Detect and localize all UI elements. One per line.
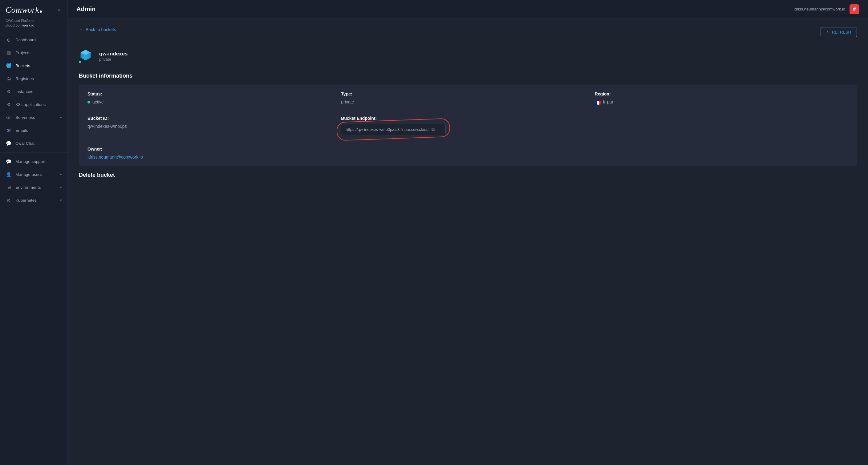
main-area: Admin idriss.neumann@comwork.io # ← Back… [68,0,868,465]
environments-icon: 🖥 [5,184,12,191]
delete-bucket-title: Delete bucket [79,172,857,178]
sidebar-item-label: Kubernetes [16,198,37,203]
info-divider [88,110,848,110]
header: Admin idriss.neumann@comwork.io # [68,0,868,19]
sidebar-divider [0,152,67,153]
endpoint-col: Bucket Endpoint: https://qw-indexes-wmb0… [341,116,848,135]
status-label: Status: [88,91,341,96]
endpoint-url: https://qw-indexes-wmb0pz.s3.fr-par.scw.… [346,127,429,132]
registries-icon: 🗂 [5,76,12,82]
sidebar-item-instances[interactable]: ⚙ Instances [0,85,67,98]
sidebar-item-serverless[interactable]: </> Serverless ▾ [0,111,67,124]
content-area: ← Back to buckets ↻ REFRESH [68,19,868,465]
owner-value: idriss.neumann@comwork.io [88,155,848,159]
bucket-header: qw-indexes private [79,48,857,64]
sidebar-subtitle: CWCloud Platform cloud.comwork.io [0,17,67,34]
bucket-name-area: qw-indexes private [99,51,128,62]
bucket-info-title: Bucket informations [79,73,857,79]
sidebar-item-label: K8s applications [16,102,45,107]
bucket-cube-icon [79,48,92,62]
status-dot-icon [88,101,90,103]
refresh-icon: ↻ [827,30,830,34]
cwai-icon: 💬 [5,141,12,147]
chevron-down-icon: ▾ [60,116,62,120]
sidebar-item-label: Serverless [16,115,35,120]
endpoint-highlighted: https://qw-indexes-wmb0pz.s3.fr-par.scw.… [341,124,446,135]
instances-icon: ⚙ [5,89,12,95]
bucket-status-dot [78,60,82,63]
bucket-type: private [99,57,128,62]
user-email: idriss.neumann@comwork.io [794,7,845,11]
chevron-down-icon: ▾ [60,185,62,189]
owner-email-link[interactable]: idriss.neumann@comwork.io [88,155,143,159]
sidebar-item-emails[interactable]: ✉ Emails [0,124,67,137]
sidebar-item-environments[interactable]: 🖥 Environments ▾ [0,181,67,194]
bucket-id-col: Bucket ID: qw-indexes-wmb0pz [88,116,341,129]
serverless-icon: </> [5,115,12,121]
sidebar-item-label: Projects [16,51,30,55]
copy-icon[interactable]: ⧉ [432,127,435,132]
back-arrow-icon: ← [79,27,83,32]
refresh-button[interactable]: ↻ REFRESH [820,27,857,37]
type-label: Type: [341,91,594,96]
info-divider-2 [88,141,848,141]
sidebar-item-registries[interactable]: 🗂 Registries [0,72,67,85]
sidebar-nav: ⊙ Dashboard ▤ Projects 🪣 Buckets 🗂 Regis… [0,34,67,150]
sidebar-item-label: Manage support [16,159,45,164]
logo: Comwork [5,5,42,14]
type-col: Type: private [341,91,594,104]
sidebar-item-label: Registries [16,76,34,81]
sidebar-item-cwai[interactable]: 💬 Cwai Chat [0,137,67,150]
region-value: 🇫🇷 fr-par [595,99,848,104]
sidebar-item-kubernetes[interactable]: ⊙ Kubernetes ▾ [0,194,67,207]
status-value: active [88,99,341,104]
sidebar: Comwork « CWCloud Platform cloud.comwork… [0,0,68,465]
avatar: # [849,4,859,14]
endpoint-label: Bucket Endpoint: [341,116,848,121]
sidebar-item-label: Instances [16,89,33,94]
chevron-down-icon: ▾ [60,173,62,177]
sidebar-item-manage-support[interactable]: 💬 Manage support [0,155,67,168]
info-row-3: Owner: idriss.neumann@comwork.io [88,147,848,159]
sidebar-item-manage-users[interactable]: 👤 Manage users ▾ [0,168,67,181]
region-label: Region: [595,91,848,96]
sidebar-item-label: Emails [16,128,28,133]
header-right: idriss.neumann@comwork.io # [794,4,859,14]
bucket-icon-wrap [79,48,95,64]
emails-icon: ✉ [5,127,12,134]
type-value: private [341,99,594,104]
info-row-2: Bucket ID: qw-indexes-wmb0pz Bucket Endp… [88,116,848,135]
sidebar-item-k8s[interactable]: ⚙ K8s applications [0,98,67,111]
flag-icon: 🇫🇷 [595,100,601,104]
bucket-id-label: Bucket ID: [88,116,341,121]
info-row-1: Status: active Type: private Region: 🇫🇷 … [88,91,848,104]
sidebar-logo-area: Comwork « [0,0,67,17]
region-col: Region: 🇫🇷 fr-par [595,91,848,104]
back-to-buckets-link[interactable]: ← Back to buckets [79,27,116,32]
collapse-button[interactable]: « [57,6,62,14]
sidebar-item-label: Manage users [16,172,42,177]
chevron-down-icon: ▾ [60,198,62,202]
sidebar-item-label: Environments [16,185,41,190]
kubernetes-icon: ⊙ [5,197,12,204]
endpoint-box: https://qw-indexes-wmb0pz.s3.fr-par.scw.… [341,124,446,135]
users-icon: 👤 [5,172,12,178]
k8s-icon: ⚙ [5,102,12,108]
dashboard-icon: ⊙ [5,37,12,43]
sidebar-bottom-nav: 💬 Manage support 👤 Manage users ▾ 🖥 Envi… [0,155,67,207]
buckets-icon: 🪣 [5,63,12,69]
sidebar-item-dashboard[interactable]: ⊙ Dashboard [0,34,67,46]
endpoint-value-area: https://qw-indexes-wmb0pz.s3.fr-par.scw.… [341,124,848,135]
support-icon: 💬 [5,159,12,165]
bucket-info-card: Status: active Type: private Region: 🇫🇷 … [79,85,857,166]
bucket-id-value: qw-indexes-wmb0pz [88,124,341,129]
projects-icon: ▤ [5,50,12,56]
owner-label: Owner: [88,147,848,152]
sidebar-item-label: Cwai Chat [16,141,34,146]
bucket-name: qw-indexes [99,51,128,57]
sidebar-item-label: Dashboard [16,37,36,42]
page-title: Admin [76,5,95,12]
owner-col: Owner: idriss.neumann@comwork.io [88,147,848,159]
sidebar-item-buckets[interactable]: 🪣 Buckets [0,59,67,72]
sidebar-item-projects[interactable]: ▤ Projects [0,46,67,59]
